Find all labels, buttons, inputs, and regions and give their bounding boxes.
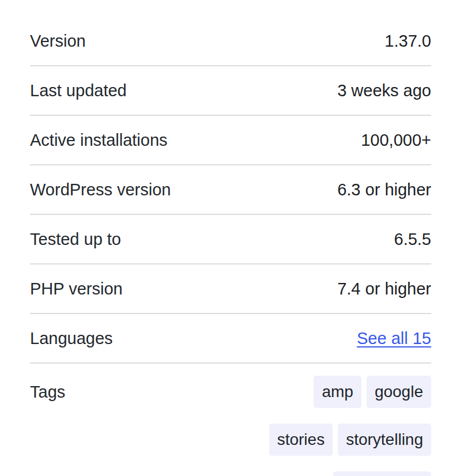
meta-row-last-updated: Last updated 3 weeks ago: [30, 66, 431, 116]
meta-row-wordpress-version: WordPress version 6.3 or higher: [30, 165, 431, 215]
wordpress-version-label: WordPress version: [30, 179, 171, 200]
version-label: Version: [30, 31, 86, 51]
tag-chip-google[interactable]: google: [367, 376, 431, 408]
tag-chip-stories[interactable]: stories: [269, 424, 333, 456]
see-all-languages-link[interactable]: See all 15: [357, 328, 431, 349]
last-updated-label: Last updated: [30, 80, 127, 101]
meta-row-version: Version 1.37.0: [30, 17, 431, 66]
meta-row-php-version: PHP version 7.4 or higher: [30, 265, 431, 314]
meta-row-active-installations: Active installations 100,000+: [30, 116, 431, 165]
meta-row-languages: Languages See all 15: [30, 314, 431, 364]
tested-up-to-value: 6.5.5: [394, 229, 432, 250]
active-installations-value: 100,000+: [361, 130, 431, 150]
meta-row-tags: Tags amp google stories storytelling web…: [30, 364, 431, 476]
php-version-value: 7.4 or higher: [337, 278, 431, 299]
languages-label: Languages: [30, 328, 113, 349]
tag-chip-amp[interactable]: amp: [314, 376, 361, 408]
meta-row-tested-up-to: Tested up to 6.5.5: [30, 215, 431, 265]
wordpress-version-value: 6.3 or higher: [337, 179, 431, 200]
tag-chip-web-stories[interactable]: web stories: [333, 471, 431, 476]
tested-up-to-label: Tested up to: [30, 229, 121, 250]
tag-list: amp google stories storytelling web stor…: [247, 376, 431, 476]
tags-label: Tags: [30, 376, 65, 408]
tag-chip-storytelling[interactable]: storytelling: [338, 424, 431, 456]
active-installations-label: Active installations: [30, 130, 168, 150]
php-version-label: PHP version: [30, 278, 123, 299]
last-updated-value: 3 weeks ago: [337, 80, 431, 101]
version-value: 1.37.0: [384, 31, 431, 51]
plugin-meta-panel: Version 1.37.0 Last updated 3 weeks ago …: [0, 0, 475, 476]
